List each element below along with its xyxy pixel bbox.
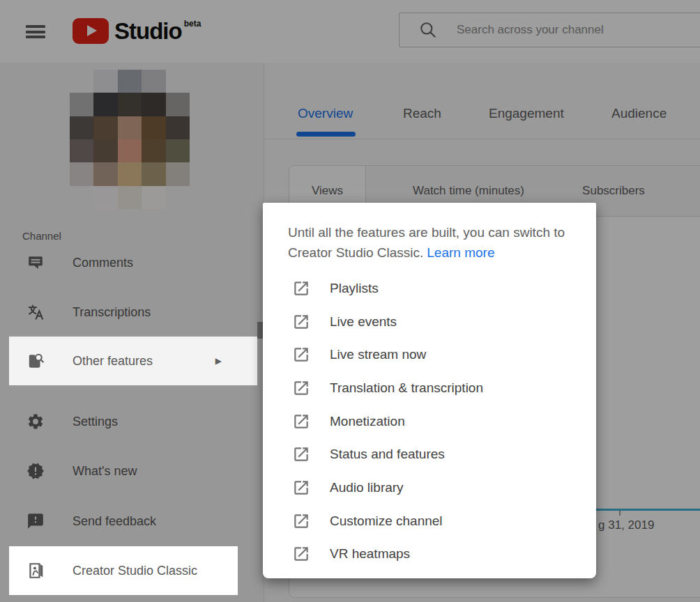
open-in-new-icon xyxy=(292,379,310,397)
other-features-list: Playlists Live events Live stream now Tr… xyxy=(263,272,596,571)
submenu-arrow-icon: ▶ xyxy=(215,356,257,366)
menu-item-live-stream-now[interactable]: Live stream now xyxy=(263,338,596,371)
menu-item-vr-heatmaps[interactable]: VR heatmaps xyxy=(263,538,596,571)
open-in-new-icon xyxy=(292,512,310,530)
menu-item-audio-library[interactable]: Audio library xyxy=(263,471,596,504)
open-in-new-icon xyxy=(292,346,310,364)
menu-item-live-events[interactable]: Live events xyxy=(263,305,596,339)
open-in-new-icon xyxy=(292,479,310,497)
promo-text-line2: Creator Studio Classic. xyxy=(288,245,423,260)
promo-text-line1: Until all the features are built, you ca… xyxy=(288,222,571,242)
open-in-new-icon xyxy=(292,313,310,331)
features-search-icon xyxy=(26,352,45,370)
youtube-studio-app: Studio beta Channel Comments xyxy=(0,0,700,602)
classic-switch-promo: Until all the features are built, you ca… xyxy=(263,203,596,263)
sidebar-item-label: Other features xyxy=(73,354,153,369)
learn-more-link[interactable]: Learn more xyxy=(427,245,494,260)
sidebar-item-creator-studio-classic[interactable]: Creator Studio Classic xyxy=(9,546,238,595)
menu-item-customize-channel[interactable]: Customize channel xyxy=(263,504,596,538)
exit-door-icon xyxy=(26,562,45,580)
open-in-new-icon xyxy=(292,279,310,298)
menu-item-playlists[interactable]: Playlists xyxy=(263,272,596,305)
other-features-menu: Until all the features are built, you ca… xyxy=(263,203,596,578)
menu-item-translation-transcription[interactable]: Translation & transcription xyxy=(263,371,596,405)
open-in-new-icon xyxy=(292,412,310,431)
sidebar-item-other-features[interactable]: Other features ▶ xyxy=(9,337,257,385)
menu-item-status-and-features[interactable]: Status and features xyxy=(263,438,596,471)
sidebar-item-label: Creator Studio Classic xyxy=(73,564,197,578)
open-in-new-icon xyxy=(292,445,310,463)
menu-item-monetization[interactable]: Monetization xyxy=(263,405,596,438)
open-in-new-icon xyxy=(292,545,310,563)
